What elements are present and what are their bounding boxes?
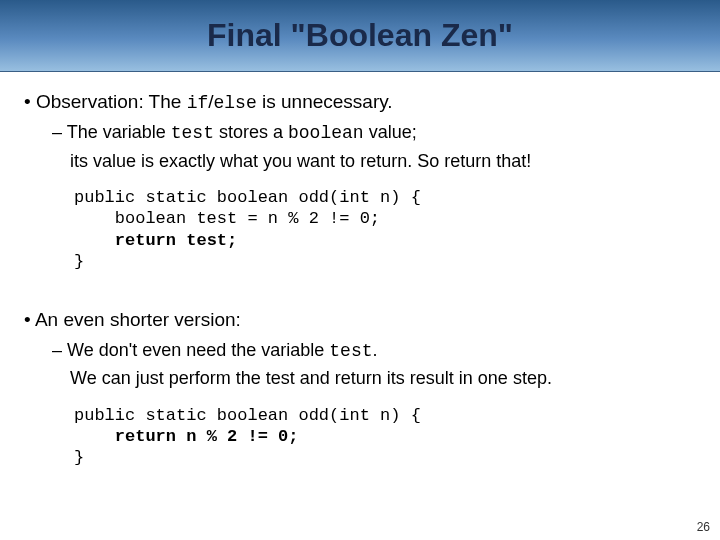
bullet-shorter-sub-line2: We can just perform the test and return … (70, 367, 702, 390)
code-line: } (74, 252, 84, 271)
spacer (18, 290, 702, 308)
code-line-bold: return n % 2 != 0; (115, 427, 299, 446)
text: is unnecessary. (257, 91, 393, 112)
code-line: } (74, 448, 84, 467)
text: The variable (67, 122, 171, 142)
title-band: Final "Boolean Zen" (0, 0, 720, 72)
bullet-observation-sub: The variable test stores a boolean value… (52, 121, 702, 145)
code-line: public static boolean odd(int n) { (74, 406, 421, 425)
text: We don't even need the variable (67, 340, 329, 360)
slide-body: Observation: The if/else is unnecessary.… (0, 72, 720, 468)
bullet-observation: Observation: The if/else is unnecessary. (24, 90, 702, 115)
code-line (74, 427, 115, 446)
bullet-shorter-sub: We don't even need the variable test. (52, 339, 702, 363)
code-line (74, 231, 115, 250)
code-block-2: public static boolean odd(int n) { retur… (74, 405, 702, 469)
code-line: public static boolean odd(int n) { (74, 188, 421, 207)
bullet-observation-sub-line2: its value is exactly what you want to re… (70, 150, 702, 173)
text: Observation: The (36, 91, 187, 112)
code-block-1: public static boolean odd(int n) { boole… (74, 187, 702, 272)
code-boolean: boolean (288, 123, 364, 143)
code-test: test (171, 123, 214, 143)
slide: Final "Boolean Zen" Observation: The if/… (0, 0, 720, 540)
slide-title: Final "Boolean Zen" (207, 17, 513, 54)
code-line-bold: return test; (115, 231, 237, 250)
text: . (373, 340, 378, 360)
code-if: if (187, 93, 209, 113)
text: value; (364, 122, 417, 142)
code-line: boolean test = n % 2 != 0; (74, 209, 380, 228)
code-else: else (214, 93, 257, 113)
code-test: test (329, 341, 372, 361)
text: stores a (214, 122, 288, 142)
page-number: 26 (697, 520, 710, 534)
bullet-shorter: An even shorter version: (24, 308, 702, 333)
